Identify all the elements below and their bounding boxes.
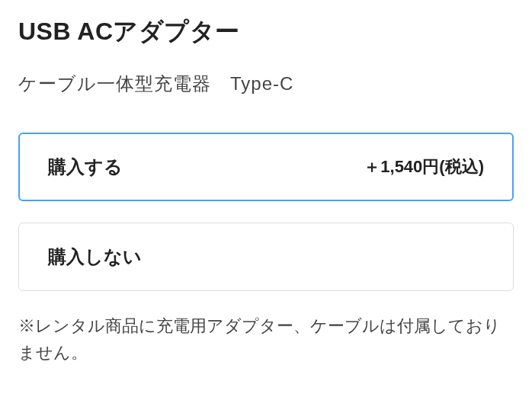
option-purchase[interactable]: 購入する ＋1,540円(税込) xyxy=(18,133,514,201)
product-subtitle: ケーブル一体型充電器 Type-C xyxy=(18,72,514,96)
option-no-purchase-label: 購入しない xyxy=(48,245,142,269)
option-purchase-label: 購入する xyxy=(48,155,123,179)
option-purchase-price: ＋1,540円(税込) xyxy=(364,155,484,178)
disclaimer-note: ※レンタル商品に充電用アダプター、ケーブルは付属しておりません。 xyxy=(18,312,514,366)
option-no-purchase[interactable]: 購入しない xyxy=(18,223,514,291)
product-title: USB ACアダプター xyxy=(18,15,514,49)
